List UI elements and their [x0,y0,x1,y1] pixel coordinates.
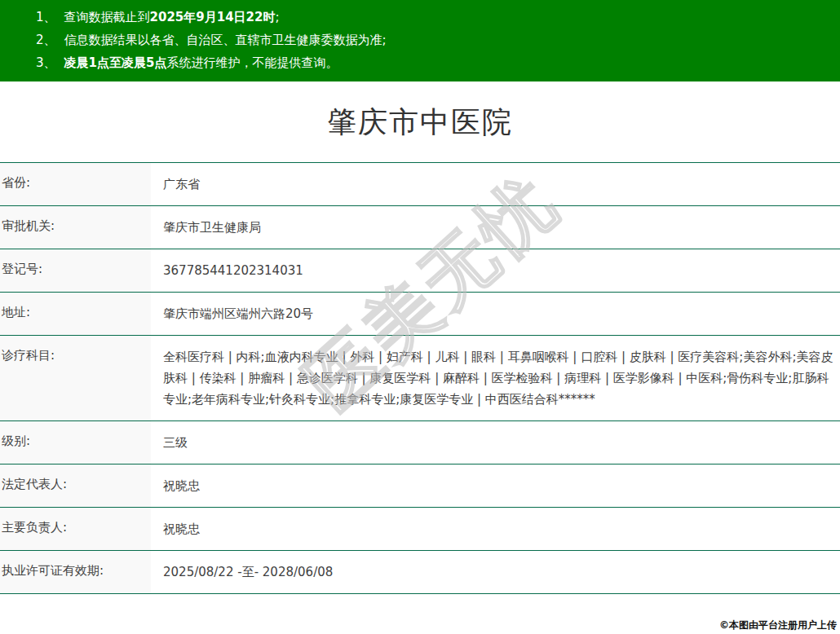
hospital-info-table: 省份: 广东省 审批机关: 肇庆市卫生健康局 登记号: 367785441202… [0,162,840,594]
notice-number: 2、 [36,33,56,47]
row-label: 法定代表人: [0,464,151,507]
row-label: 主要负责人: [0,508,151,550]
notice-line-2: 2、信息数据结果以各省、自治区、直辖市卫生健康委数据为准; [0,29,840,51]
row-label: 登记号: [0,249,151,292]
row-value: 祝晓忠 [151,464,840,507]
row-value: 2025/08/22 -至- 2028/06/08 [151,551,840,593]
notice-line-1: 1、查询数据截止到2025年9月14日22时; [0,6,840,29]
table-row-level: 级别: 三级 [0,421,840,464]
notice-text-bold: 凌晨1点至凌晨5点 [64,55,167,70]
hospital-title: 肇庆市中医院 [0,103,840,143]
table-row-legal-representative: 法定代表人: 祝晓忠 [0,464,840,508]
query-result-page: 1、查询数据截止到2025年9月14日22时; 2、信息数据结果以各省、自治区、… [0,0,840,634]
upload-credit-text: ©本图由平台注册用户上传 [719,619,837,632]
row-label: 地址: [0,293,151,335]
row-value: 367785441202314031 [151,249,840,292]
table-row-main-person-in-charge: 主要负责人: 祝晓忠 [0,508,840,551]
table-row-license-validity: 执业许可证有效期: 2025/08/22 -至- 2028/06/08 [0,551,840,594]
notice-number: 3、 [36,55,56,70]
row-value: 肇庆市端州区端州六路20号 [151,293,840,335]
table-row-medical-departments: 诊疗科目: 全科医疗科 | 内科;血液内科专业 | 外科 | 妇产科 | 儿科 … [0,336,840,421]
notice-line-3: 3、凌晨1点至凌晨5点系统进行维护，不能提供查询。 [0,51,840,74]
table-row-approval-authority: 审批机关: 肇庆市卫生健康局 [0,206,840,249]
row-label: 省份: [0,163,151,205]
row-value: 三级 [151,421,840,464]
notice-text-bold: 2025年9月14日22时 [150,10,276,24]
table-row-province: 省份: 广东省 [0,163,840,206]
notice-text: ; [275,10,279,24]
table-row-registration-number: 登记号: 367785441202314031 [0,249,840,293]
row-value: 全科医疗科 | 内科;血液内科专业 | 外科 | 妇产科 | 儿科 | 眼科 |… [151,336,840,420]
notice-banner: 1、查询数据截止到2025年9月14日22时; 2、信息数据结果以各省、自治区、… [0,0,840,81]
row-label: 诊疗科目: [0,336,151,420]
row-value: 肇庆市卫生健康局 [151,206,840,249]
table-row-address: 地址: 肇庆市端州区端州六路20号 [0,293,840,336]
row-value: 广东省 [151,163,840,205]
row-value: 祝晓忠 [151,508,840,550]
notice-number: 1、 [36,10,56,24]
row-label: 级别: [0,421,151,464]
notice-text: 系统进行维护，不能提供查询。 [166,55,338,70]
row-label: 审批机关: [0,206,151,249]
notice-text: 信息数据结果以各省、自治区、直辖市卫生健康委数据为准; [64,33,387,47]
notice-text: 查询数据截止到 [64,10,150,24]
row-label: 执业许可证有效期: [0,551,151,593]
